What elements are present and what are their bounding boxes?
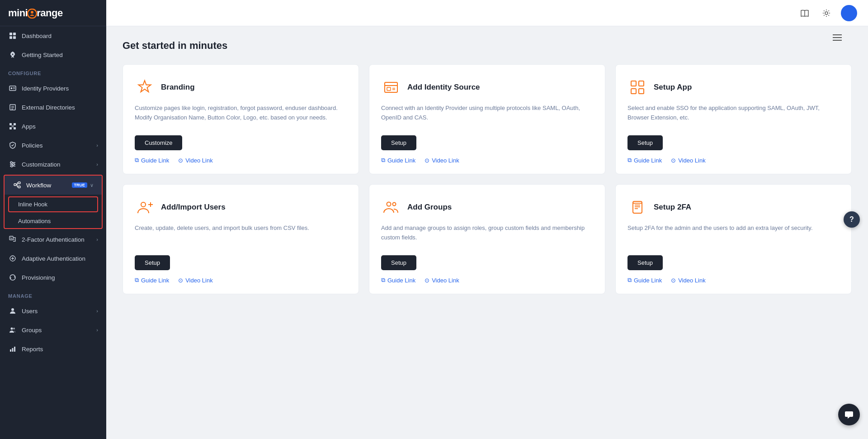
sidebar-item-reports[interactable]: Reports bbox=[0, 339, 106, 358]
sidebar-item-customization[interactable]: Customization › bbox=[0, 155, 106, 174]
card-add-groups-btn[interactable]: Setup bbox=[381, 255, 416, 270]
svg-rect-36 bbox=[10, 349, 11, 352]
card-add-groups-links: ⧉ Guide Link ⊙ Video Link bbox=[381, 277, 593, 284]
card-add-groups-video-link[interactable]: ⊙ Video Link bbox=[425, 277, 459, 284]
card-setup-2fa-video-link[interactable]: ⊙ Video Link bbox=[671, 277, 705, 284]
help-button[interactable]: ? bbox=[844, 211, 860, 228]
card-setup-app-guide-link[interactable]: ⧉ Guide Link bbox=[627, 157, 662, 164]
card-add-groups-header: Add Groups bbox=[381, 197, 593, 217]
sidebar-item-users-label: Users bbox=[22, 308, 96, 315]
svg-rect-7 bbox=[9, 86, 16, 91]
card-setup-2fa-guide-label: Guide Link bbox=[634, 277, 662, 284]
sidebar-item-dashboard-label: Dashboard bbox=[22, 33, 98, 39]
rocket-icon bbox=[8, 50, 17, 59]
sidebar-item-external-directories-label: External Directories bbox=[22, 104, 98, 111]
svg-rect-16 bbox=[14, 123, 16, 125]
adaptive-icon bbox=[8, 254, 17, 263]
card-add-users-video-link[interactable]: ⊙ Video Link bbox=[178, 277, 212, 284]
svg-rect-48 bbox=[631, 89, 636, 94]
card-setup-app-title: Setup App bbox=[654, 83, 692, 92]
card-branding-desc: Customize pages like login, registration… bbox=[135, 104, 347, 127]
card-branding-btn[interactable]: Customize bbox=[135, 135, 182, 150]
svg-point-21 bbox=[10, 162, 12, 163]
card-add-users-guide-label: Guide Link bbox=[141, 277, 169, 284]
sidebar-item-policies[interactable]: Policies › bbox=[0, 136, 106, 155]
card-setup-2fa-title: Setup 2FA bbox=[654, 203, 691, 212]
sidebar-sub-item-inline-hook[interactable]: Inline Hook bbox=[9, 197, 97, 211]
beta-badge: true bbox=[72, 182, 88, 188]
card-branding-video-link[interactable]: ⊙ Video Link bbox=[178, 157, 212, 164]
card-add-users-title: Add/Import Users bbox=[161, 203, 226, 212]
sidebar-item-identity-providers[interactable]: Identity Providers bbox=[0, 79, 106, 98]
header bbox=[106, 0, 868, 26]
card-setup-app-header: Setup App bbox=[627, 77, 840, 97]
svg-point-35 bbox=[13, 328, 15, 329]
sidebar-item-apps[interactable]: Apps bbox=[0, 117, 106, 136]
card-setup-2fa-header: Setup 2FA bbox=[627, 197, 840, 217]
card-add-users-guide-link[interactable]: ⧉ Guide Link bbox=[135, 277, 169, 284]
card-setup-app-video-link[interactable]: ⊙ Video Link bbox=[671, 157, 705, 164]
sidebar-item-policies-label: Policies bbox=[22, 142, 96, 149]
sidebar-item-provisioning-label: Provisioning bbox=[22, 274, 98, 281]
sidebar-item-workflow[interactable]: Workflow true ∨ bbox=[5, 176, 102, 195]
card-identity-source-guide-link[interactable]: ⧉ Guide Link bbox=[381, 157, 415, 164]
sidebar-item-2fa[interactable]: 2-Factor Authentication › bbox=[0, 230, 106, 249]
manage-section-label: Manage bbox=[0, 287, 106, 301]
card-setup-app-btn[interactable]: Setup bbox=[627, 135, 663, 150]
users-chevron-icon: › bbox=[96, 308, 98, 314]
chart-icon bbox=[8, 344, 17, 353]
card-add-users-desc: Create, update, delete users, and import… bbox=[135, 224, 347, 247]
svg-rect-26 bbox=[14, 184, 16, 186]
sidebar-item-adaptive-auth[interactable]: Adaptive Authentication bbox=[0, 249, 106, 268]
card-add-groups: Add Groups Add and manage groups to assi… bbox=[369, 184, 605, 294]
card-add-users-btn[interactable]: Setup bbox=[135, 255, 170, 270]
card-identity-source-links: ⧉ Guide Link ⊙ Video Link bbox=[381, 157, 593, 164]
svg-rect-3 bbox=[13, 33, 16, 35]
inline-hook-wrapper: Inline Hook bbox=[8, 196, 98, 212]
card-branding-guide-link[interactable]: ⧉ Guide Link bbox=[135, 157, 169, 164]
svg-rect-19 bbox=[12, 125, 14, 128]
sync-icon bbox=[8, 273, 17, 282]
chat-button[interactable] bbox=[838, 404, 860, 425]
sliders-icon bbox=[8, 160, 17, 169]
sidebar-sub-item-automations[interactable]: Automations bbox=[5, 214, 102, 228]
card-setup-app-video-label: Video Link bbox=[678, 157, 705, 164]
hamburger-menu[interactable] bbox=[833, 34, 842, 41]
card-setup-app-desc: Select and enable SSO for the applicatio… bbox=[627, 104, 840, 127]
card-setup-2fa-links: ⧉ Guide Link ⊙ Video Link bbox=[627, 277, 840, 284]
sidebar-item-adaptive-auth-label: Adaptive Authentication bbox=[22, 255, 98, 262]
svg-rect-37 bbox=[12, 348, 14, 352]
gear-icon[interactable] bbox=[819, 6, 834, 20]
customization-chevron-icon: › bbox=[96, 162, 98, 167]
sidebar-item-dashboard[interactable]: Dashboard bbox=[0, 26, 106, 45]
book-open-icon[interactable] bbox=[797, 6, 812, 20]
card-identity-source-guide-label: Guide Link bbox=[387, 157, 415, 164]
workflow-icon bbox=[13, 181, 22, 190]
logo[interactable]: mini range bbox=[0, 0, 106, 26]
sidebar-sub-item-inline-hook-label: Inline Hook bbox=[18, 201, 47, 208]
sidebar-item-external-directories[interactable]: External Directories bbox=[0, 98, 106, 117]
card-branding-guide-label: Guide Link bbox=[141, 157, 169, 164]
sidebar-item-2fa-label: 2-Factor Authentication bbox=[22, 236, 96, 243]
card-add-users-header: Add/Import Users bbox=[135, 197, 347, 217]
sidebar-item-users[interactable]: Users › bbox=[0, 301, 106, 320]
card-setup-2fa-btn[interactable]: Setup bbox=[627, 255, 663, 270]
svg-rect-17 bbox=[9, 127, 12, 129]
sidebar-item-groups[interactable]: Groups › bbox=[0, 320, 106, 339]
svg-rect-41 bbox=[385, 82, 397, 92]
id-card-icon bbox=[8, 84, 17, 93]
sidebar-item-getting-started[interactable]: Getting Started bbox=[0, 45, 106, 64]
card-branding-video-label: Video Link bbox=[185, 157, 212, 164]
card-identity-source-btn[interactable]: Setup bbox=[381, 135, 416, 150]
user-avatar[interactable] bbox=[841, 5, 857, 21]
shield-icon bbox=[8, 141, 17, 150]
hamburger-line-1 bbox=[833, 34, 842, 35]
card-branding-title: Branding bbox=[161, 83, 195, 92]
card-add-groups-guide-link[interactable]: ⧉ Guide Link bbox=[381, 277, 415, 284]
sidebar-item-provisioning[interactable]: Provisioning bbox=[0, 268, 106, 287]
card-setup-2fa-guide-link[interactable]: ⧉ Guide Link bbox=[627, 277, 662, 284]
card-identity-source-video-link[interactable]: ⊙ Video Link bbox=[425, 157, 459, 164]
card-setup-app-links: ⧉ Guide Link ⊙ Video Link bbox=[627, 157, 840, 164]
card-setup-app-guide-label: Guide Link bbox=[634, 157, 662, 164]
branding-icon bbox=[135, 77, 155, 97]
